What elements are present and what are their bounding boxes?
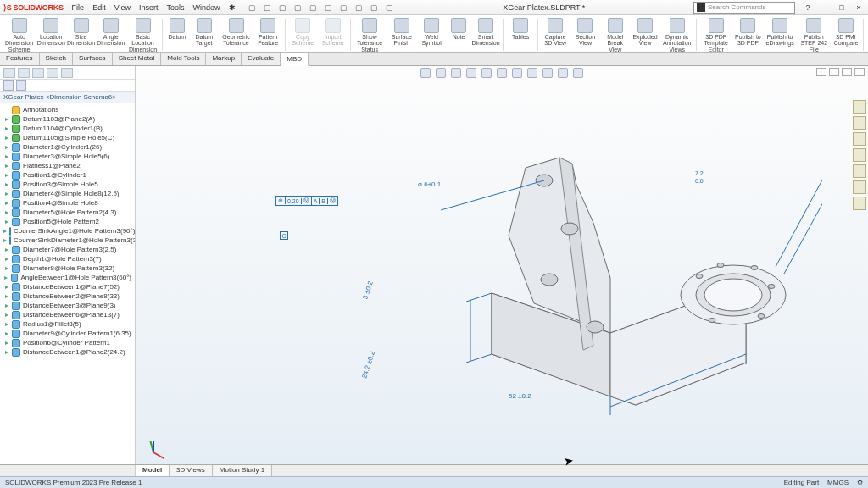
dim-6p6[interactable]: 6.6 <box>695 178 704 184</box>
taskpane-forum-icon[interactable] <box>853 197 866 210</box>
ribbon-tables-button[interactable]: Tables <box>506 17 535 41</box>
tab-sketch[interactable]: Sketch <box>40 53 73 65</box>
qa-settings-icon[interactable]: ▢ <box>385 3 395 13</box>
tree-item[interactable]: ▸DistanceBetween2@Plane8(33) <box>2 291 133 301</box>
config-manager-icon[interactable] <box>32 68 44 78</box>
ribbon-weld-symbol-button[interactable]: Weld Symbol <box>417 17 446 47</box>
tab-surfaces[interactable]: Surfaces <box>73 53 113 65</box>
ribbon-auto-dimension-scheme-button[interactable]: Auto Dimension Scheme <box>3 17 36 53</box>
vp-min-icon[interactable] <box>829 68 839 76</box>
qa-select-icon[interactable]: ▢ <box>339 3 349 13</box>
tree-item[interactable]: ▸AngleBetween1@Hole Pattern3(60°) <box>2 273 133 282</box>
ribbon-section-view-button[interactable]: Section View <box>570 17 599 47</box>
tree-item[interactable]: ▸Position6@Cylinder Pattern1 <box>2 338 133 347</box>
tree-item[interactable]: ▸Position4@Simple Hole8 <box>2 198 133 208</box>
property-manager-icon[interactable] <box>18 68 30 78</box>
ribbon-publish-to-edrawings-button[interactable]: Publish to eDrawings <box>764 17 797 47</box>
hud-scene-icon[interactable] <box>497 68 507 78</box>
tab-features[interactable]: Features <box>0 53 40 65</box>
qa-undo-icon[interactable]: ▢ <box>309 3 319 13</box>
tab-mold-tools[interactable]: Mold Tools <box>161 53 206 65</box>
qa-print-icon[interactable]: ▢ <box>293 3 303 13</box>
vp-collapse-icon[interactable] <box>816 68 826 76</box>
tree-item[interactable]: ▸Datum1103@Plane2(A) <box>2 114 133 124</box>
qa-rebuild-icon[interactable]: ▢ <box>354 3 364 13</box>
taskpane-custom-icon[interactable] <box>853 180 866 194</box>
taskpane-library-icon[interactable] <box>853 116 866 130</box>
status-units[interactable]: MMGS <box>827 479 849 486</box>
ribbon-publish-step-242-file-button[interactable]: Publish STEP 242 File <box>798 17 831 53</box>
tree-item[interactable]: ▸CounterSinkDiameter1@Hole Pattern3(3) <box>2 236 133 245</box>
tree-item[interactable]: ▸CounterSinkAngle1@Hole Pattern3(90°) <box>2 226 133 236</box>
menu-insert[interactable]: Insert <box>139 3 159 12</box>
close-button[interactable]: × <box>853 3 865 12</box>
ribbon-show-tolerance-status-button[interactable]: Show Tolerance Status <box>353 17 387 53</box>
ribbon-publish-to-3d-pdf-button[interactable]: Publish to 3D PDF <box>733 17 762 47</box>
ribbon-note-button[interactable]: Note <box>447 17 470 41</box>
tab-sheet-metal[interactable]: Sheet Metal <box>113 53 162 65</box>
menu-help-icon[interactable]: ✱ <box>229 3 236 12</box>
ribbon-basic-location-dimension-button[interactable]: Basic Location Dimension <box>126 17 159 53</box>
minimize-button[interactable]: – <box>819 3 831 12</box>
tree-item[interactable]: ▸Diameter1@Cylinder1(26) <box>2 142 133 152</box>
tree-item[interactable]: ▸DistanceBetween3@Plane9(3) <box>2 301 133 310</box>
gdt-position-frame[interactable]: ⊕ 0.20 Ⓜ A B Ⓜ <box>275 196 338 206</box>
ribbon-model-break-view-button[interactable]: Model Break View <box>601 17 630 53</box>
hud-appearance-icon[interactable] <box>527 68 537 78</box>
vp-max-icon[interactable] <box>842 68 852 76</box>
qa-options-icon[interactable]: ▢ <box>370 3 380 13</box>
panel-tool-1[interactable] <box>3 80 14 91</box>
tree-item[interactable]: ▸Diameter8@Hole Pattern3(32) <box>2 263 133 273</box>
hud-section-icon[interactable] <box>451 68 461 78</box>
menu-view[interactable]: View <box>114 3 131 12</box>
dim-7p2[interactable]: 7.2 <box>695 170 704 176</box>
ribbon-3d-pdf-template-editor-button[interactable]: 3D PDF Template Editor <box>699 17 732 53</box>
ribbon-3d-pmi-compare-button[interactable]: 3D PMI Compare <box>832 17 860 47</box>
hud-pan-icon[interactable] <box>436 68 446 78</box>
hud-display-icon[interactable] <box>481 68 492 78</box>
menu-window[interactable]: Window <box>193 3 220 12</box>
bottom-tab-model[interactable]: Model <box>136 465 170 476</box>
feature-tree-icon[interactable] <box>3 68 15 78</box>
bottom-tab-3d-views[interactable]: 3D Views <box>170 465 213 476</box>
tree-item[interactable]: Annotations <box>2 105 133 114</box>
status-gear-icon[interactable]: ⚙ <box>857 479 863 486</box>
ribbon-angle-dimension-button[interactable]: Angle Dimension <box>97 17 125 47</box>
tree-item[interactable]: ▸Diameter7@Hole Pattern3(2.5) <box>2 245 133 254</box>
tree-item[interactable]: ▸DistanceBetween1@Plane7(52) <box>2 282 133 291</box>
menu-edit[interactable]: Edit <box>92 3 106 12</box>
hud-view-icon[interactable] <box>542 68 553 78</box>
hud-orient-icon[interactable] <box>466 68 476 78</box>
tree-item[interactable]: ▸Flatness1@Plane2 <box>2 161 133 170</box>
vp-close-icon[interactable] <box>854 68 865 76</box>
ribbon-dynamic-annotation-views-button[interactable]: Dynamic Annotation Views <box>660 17 693 53</box>
ribbon-datum-button[interactable]: Datum <box>165 17 189 41</box>
ribbon-size-dimension-button[interactable]: Size Dimension <box>66 17 95 47</box>
hud-settings-icon[interactable] <box>558 68 568 78</box>
tree-item[interactable]: ▸Diameter9@Cylinder Pattern1(6.35) <box>2 329 133 338</box>
tree-root[interactable]: XGear Platex <Dimension Schema6> <box>0 92 135 103</box>
tree-item[interactable]: ▸Position5@Hole Pattern2 <box>2 217 133 226</box>
taskpane-explorer-icon[interactable] <box>853 132 866 146</box>
help-button[interactable]: ? <box>802 3 814 12</box>
tab-mbd[interactable]: MBD <box>281 53 309 66</box>
ribbon-datum-target-button[interactable]: Datum Target <box>190 17 219 47</box>
taskpane-appearance-icon[interactable] <box>853 164 866 178</box>
menu-file[interactable]: File <box>72 3 85 12</box>
dimxpert-manager-icon[interactable] <box>47 68 58 78</box>
qa-open-icon[interactable]: ▢ <box>263 3 273 13</box>
ribbon-pattern-feature-button[interactable]: Pattern Feature <box>253 17 282 47</box>
ribbon-capture-3d-view-button[interactable]: Capture 3D View <box>541 17 570 47</box>
bottom-tab-motion-study-1[interactable]: Motion Study 1 <box>213 465 272 476</box>
tab-markup[interactable]: Markup <box>206 53 242 65</box>
dim-52[interactable]: 52 ±0.2 <box>509 392 531 400</box>
feature-tree[interactable]: Annotations▸Datum1103@Plane2(A)▸Datum110… <box>0 103 135 464</box>
hud-hide-icon[interactable] <box>512 68 522 78</box>
taskpane-resources-icon[interactable] <box>853 100 866 114</box>
tree-item[interactable]: ▸DistanceBetween6@Plane13(7) <box>2 310 133 319</box>
orientation-triad[interactable] <box>142 435 164 458</box>
tree-item[interactable]: ▸Diameter3@Simple Hole5(6) <box>2 152 133 161</box>
datum-c-symbol[interactable]: C <box>280 231 288 240</box>
taskpane-view-icon[interactable] <box>853 148 866 162</box>
qa-save-icon[interactable]: ▢ <box>278 3 288 13</box>
